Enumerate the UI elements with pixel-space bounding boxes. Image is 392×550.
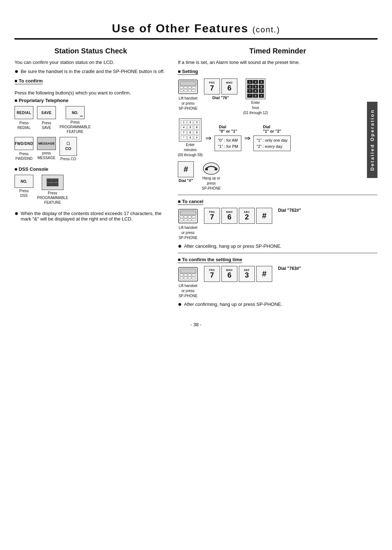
svg-rect-22 <box>192 219 195 221</box>
confirm-time-label: ■ To confirm the setting time <box>178 257 242 263</box>
button-row-1: REDIAL PressREDIAL SAVE PressSAVE NO. ▪▪… <box>15 106 167 134</box>
no-button[interactable]: NO. ▪▪▪ <box>66 106 85 119</box>
save-button[interactable]: SAVE <box>37 106 56 119</box>
title-cont: (cont.) <box>252 25 280 34</box>
station-status-intro: You can confirm your station status on t… <box>15 60 167 65</box>
confirm-dial-label: Dial "763#" <box>278 266 301 271</box>
svg-rect-28 <box>192 274 195 276</box>
confirm-key-def3: DEF 3 <box>239 266 255 282</box>
fwddnd-button[interactable]: FWD/DND <box>15 137 33 150</box>
step1-phone: Lift handsetor pressSP-PHONE <box>178 78 198 111</box>
dial01-note: "0" : for AM "1" : for PM <box>215 136 241 151</box>
svg-rect-12 <box>215 168 217 170</box>
bullet-handset: ● Be sure the handset is in the cradle a… <box>15 69 167 74</box>
hangup-icon <box>202 161 220 176</box>
svg-rect-11 <box>205 168 208 170</box>
phone-icon-1 <box>178 78 198 96</box>
title-divider <box>15 38 377 40</box>
bullet-lcd-icon: ● <box>15 210 19 217</box>
step2-dial12: Dial"1" or "2" "1" : only one day "2" : … <box>253 125 291 151</box>
dial76-label: Dial "76" <box>212 96 229 100</box>
svg-rect-4 <box>188 86 191 89</box>
svg-rect-2 <box>180 86 183 89</box>
setting-step2: 123 456 789 *0# Enterminutes(00 through … <box>178 118 377 158</box>
cancel-divider <box>178 195 377 195</box>
step1-dial76: PRS 7 MNO 6 Dial "76" <box>204 78 237 100</box>
dss-prog-group: ▓▓▓▓▓▓▓▓▓▓ PressPROGRAMMABLEFEATURE <box>37 175 68 205</box>
bullet-handset-text: Be sure the handset is in the cradle and… <box>21 69 165 74</box>
confirm-key-hash: # <box>256 266 272 282</box>
timed-reminder-title: Timed Reminder <box>178 47 377 55</box>
svg-rect-25 <box>180 274 183 276</box>
svg-rect-30 <box>184 277 187 279</box>
btn-fwddnd-group: FWD/DND PressFWD/DND <box>15 137 33 161</box>
svg-rect-18 <box>192 216 195 218</box>
co-button[interactable]: CO <box>60 137 77 156</box>
btn-save-group: SAVE PressSAVE <box>37 106 56 130</box>
confirm-note: ● After confirming, hang up or press SP-… <box>178 302 377 307</box>
svg-rect-29 <box>180 277 183 279</box>
svg-rect-5 <box>192 86 195 89</box>
svg-rect-20 <box>184 219 187 221</box>
arrow-2: ⇒ <box>244 134 250 142</box>
cancel-dial-text: Dial "762#" <box>278 208 301 213</box>
note-one-day: "1" : only one day <box>257 138 287 142</box>
dial01-label: Dial"0" or "1" <box>219 125 237 133</box>
co-label: Press CO <box>60 157 76 161</box>
svg-rect-15 <box>180 216 183 218</box>
cancel-step: Lift handsetor pressSP-PHONE PRS 7 MNO 6… <box>178 208 377 240</box>
dss-prog-button[interactable]: ▓▓▓▓▓▓▓▓▓▓ <box>42 175 64 190</box>
cancel-key-prs7: PRS 7 <box>204 208 220 224</box>
page-title: Use of Other Features (cont.) <box>15 22 377 35</box>
dial12-label: Dial"1" or "2" <box>263 125 281 133</box>
confirm-key-prs7: PRS 7 <box>204 266 220 282</box>
title-text: Use of Other Features <box>112 22 248 35</box>
confirm-lift-label: Lift handsetor pressSP-PHONE <box>179 283 197 299</box>
message-button[interactable]: MESSAGE <box>37 137 56 150</box>
cancel-note-text: After cancelling, hang up or press SP-PH… <box>184 243 282 249</box>
cancel-key-hash: # <box>256 208 272 224</box>
dss-no-button[interactable]: NO. <box>15 175 33 188</box>
cancel-key-mno6: MNO 6 <box>221 208 237 224</box>
big-keypad-2: 123 456 789 *0# <box>179 118 201 142</box>
button-row-2: FWD/DND PressFWD/DND MESSAGE pressMESSAG… <box>15 137 167 161</box>
dss-no-group: NO. PressDSS <box>15 175 33 198</box>
save-label: PressSAVE <box>42 121 51 130</box>
note-every-day: "2" : every day <box>257 144 282 149</box>
svg-rect-6 <box>180 89 183 92</box>
no-label: PressPROGRAMMABLEFEATURE <box>60 120 91 134</box>
cancel-note: ● After cancelling, hang up or press SP-… <box>178 243 377 249</box>
svg-rect-17 <box>188 216 191 218</box>
bullet-icon: ● <box>15 68 19 74</box>
svg-rect-9 <box>192 89 195 92</box>
cancel-phone: Lift handsetor pressSP-PHONE <box>178 208 198 240</box>
step1-enter-hour: 1 2 3 4 5 6 7 8 9 * 0 # Enterhour(01 thr… <box>243 78 268 116</box>
redial-button[interactable]: REDIAL <box>15 106 33 119</box>
svg-rect-16 <box>184 216 187 218</box>
hash-key: # <box>178 161 194 177</box>
bullet-lcd: ● When the display of the contents store… <box>15 211 167 222</box>
confirm-phone: Lift handsetor pressSP-PHONE <box>178 266 198 299</box>
enter-hour-label: Enterhour(01 through 12) <box>243 100 268 116</box>
dss-button-row: NO. PressDSS ▓▓▓▓▓▓▓▓▓▓ PressPROGRAMMABL… <box>15 175 167 205</box>
setting-step3: # Dial "#" Hang up orpressSP-PHONE <box>178 161 377 191</box>
sidebar-tab: Detailed Operation <box>367 102 377 178</box>
svg-rect-1 <box>180 81 196 86</box>
right-column: Timed Reminder If a time is set, an Alar… <box>178 47 377 311</box>
dss-no-label: PressDSS <box>19 189 29 198</box>
redial-label: PressREDIAL <box>17 121 30 130</box>
cancel-note-bullet: ● <box>178 243 182 249</box>
cancel-dial-keys: PRS 7 MNO 6 ABC 2 # <box>204 208 272 224</box>
step3-hash: # Dial "#" <box>178 161 194 183</box>
setting-step1: Lift handsetor pressSP-PHONE PRS 7 MNO 6 <box>178 78 377 116</box>
station-status-title: Station Status Check <box>15 47 167 55</box>
step2-minutes: 123 456 789 *0# Enterminutes(00 through … <box>178 118 203 158</box>
prop-label: ■ Proprietary Telephone <box>15 98 167 103</box>
fwddnd-label: PressFWD/DND <box>15 151 32 161</box>
btn-co-group: CO Press CO <box>60 137 77 161</box>
hash-label: Dial "#" <box>179 178 193 183</box>
page-number: - 38 - <box>15 322 377 327</box>
to-confirm-label: ■ To confirm <box>15 78 43 84</box>
btn-no-group: NO. ▪▪▪ PressPROGRAMMABLEFEATURE <box>60 106 91 134</box>
btn-message-group: MESSAGE pressMESSAGE <box>37 137 56 160</box>
